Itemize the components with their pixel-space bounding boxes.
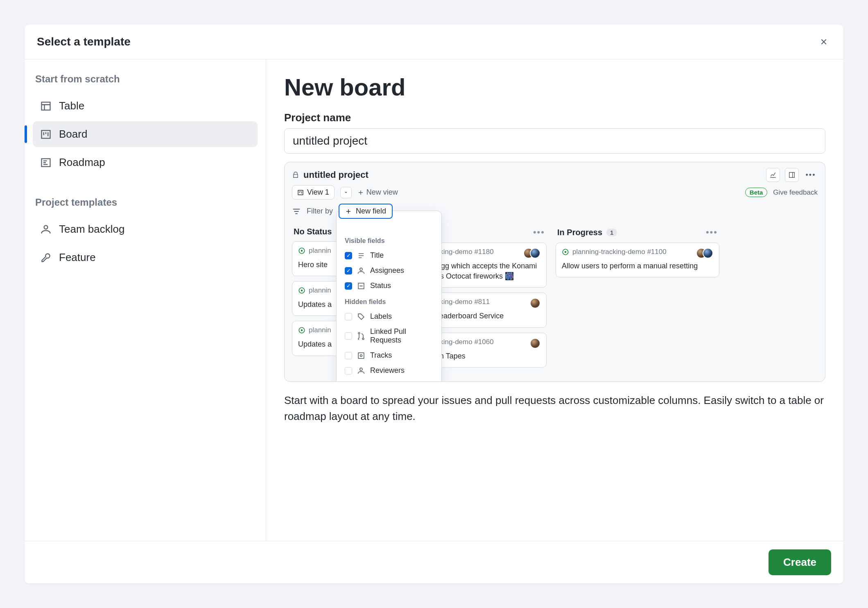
project-name-input[interactable] — [284, 128, 825, 154]
issue-open-icon — [298, 287, 305, 294]
svg-point-6 — [301, 290, 303, 292]
hidden-fields-heading: Hidden fields — [342, 296, 436, 309]
graph-icon — [769, 171, 777, 179]
board-icon — [40, 129, 52, 140]
checkbox-icon[interactable] — [345, 332, 352, 340]
svg-point-8 — [301, 329, 303, 331]
plus-icon — [357, 189, 364, 196]
checkbox-icon[interactable] — [345, 252, 352, 259]
column-menu-button[interactable]: ••• — [706, 227, 718, 238]
issue-open-icon — [298, 327, 305, 334]
insights-button[interactable] — [766, 168, 780, 182]
field-label: Repository — [370, 381, 405, 382]
sidebar-item-board[interactable]: Board — [33, 121, 258, 147]
panel-icon — [788, 171, 796, 179]
view-options-button[interactable] — [340, 187, 352, 198]
people-icon — [357, 267, 365, 275]
new-view-label: New view — [366, 188, 398, 197]
field-linked-prs[interactable]: Linked Pull Requests — [342, 324, 436, 348]
field-tracks[interactable]: Tracks — [342, 348, 436, 363]
sidebar-item-team-backlog[interactable]: Team backlog — [33, 216, 258, 242]
field-title[interactable]: Title — [342, 248, 436, 263]
column-count: 1 — [606, 229, 617, 236]
field-reviewers[interactable]: Reviewers — [342, 363, 436, 378]
sidebar-item-feature[interactable]: Feature — [33, 245, 258, 270]
svg-rect-1 — [358, 353, 364, 358]
field-label: Tracks — [370, 351, 392, 360]
dialog-footer: Create — [25, 541, 843, 583]
status-icon — [357, 282, 365, 290]
beta-badge: Beta — [745, 188, 768, 197]
field-status[interactable]: Status — [342, 278, 436, 293]
dialog-title: Select a template — [37, 35, 131, 48]
column-in-progress: In Progress 1 ••• planning-tracking-demo… — [556, 223, 719, 282]
new-field-input[interactable]: New field — [339, 204, 393, 219]
svg-point-4 — [301, 250, 303, 252]
sidebar-item-roadmap[interactable]: Roadmap — [33, 150, 258, 175]
checkbox-icon[interactable] — [345, 352, 352, 359]
avatar — [703, 248, 713, 259]
page-title: New board — [284, 73, 825, 101]
close-button[interactable] — [816, 34, 831, 49]
card-ref: plannin — [309, 247, 331, 255]
filter-icon — [292, 207, 301, 216]
preview-project-title: untitled project — [303, 170, 368, 180]
template-dialog: Select a template Start from scratch Tab… — [25, 25, 843, 583]
checkbox-icon[interactable] — [345, 313, 352, 320]
sidebar-section-scratch: Start from scratch — [33, 70, 258, 91]
column-title: No Status — [294, 227, 332, 236]
avatar — [530, 338, 540, 349]
project-name-label: Project name — [284, 111, 825, 124]
avatar — [530, 298, 540, 309]
svg-point-2 — [360, 354, 362, 356]
sidebar-item-label: Feature — [59, 251, 96, 264]
caret-down-icon — [344, 190, 348, 195]
table-icon — [40, 100, 52, 112]
sidebar-item-label: Table — [59, 100, 84, 112]
feedback-link[interactable]: Give feedback — [773, 188, 818, 197]
new-view-button[interactable]: New view — [357, 188, 398, 197]
panel-button[interactable] — [785, 168, 799, 182]
sidebar-item-label: Team backlog — [59, 223, 124, 236]
field-label: Status — [370, 281, 391, 290]
preview-tabs: View 1 New view Beta Give feedback — [285, 185, 825, 202]
column-menu-button[interactable]: ••• — [533, 227, 545, 238]
fields-popover: Visible fields Title Assignees — [336, 211, 442, 382]
more-button[interactable]: ••• — [804, 168, 818, 182]
git-pull-request-icon — [357, 332, 365, 340]
sidebar-item-label: Board — [59, 128, 87, 141]
new-field-label: New field — [356, 207, 386, 216]
people-icon — [357, 367, 365, 375]
view-tab[interactable]: View 1 — [292, 185, 335, 200]
field-assignees[interactable]: Assignees — [342, 263, 436, 278]
field-label: Title — [370, 251, 384, 260]
checkbox-icon[interactable] — [345, 367, 352, 374]
title-icon — [357, 252, 365, 260]
field-labels[interactable]: Labels — [342, 309, 436, 324]
sidebar-item-label: Roadmap — [59, 156, 105, 169]
close-icon — [819, 37, 828, 46]
avatar — [530, 248, 540, 259]
checkbox-icon[interactable] — [345, 267, 352, 275]
tools-icon — [40, 252, 52, 263]
field-label: Linked Pull Requests — [370, 327, 433, 345]
checkbox-icon[interactable] — [345, 282, 352, 290]
board-preview: untitled project ••• — [284, 162, 825, 382]
field-repository[interactable]: Repository — [342, 378, 436, 382]
field-label: Assignees — [370, 266, 404, 275]
tracks-icon — [357, 352, 365, 360]
roadmap-icon — [40, 157, 52, 168]
lock-icon — [292, 171, 299, 179]
filter-label: Filter by — [307, 207, 333, 216]
card-title: Allow users to perform a manual resettin… — [562, 261, 713, 271]
main: New board Project name untitled project — [266, 59, 843, 541]
plus-icon — [345, 208, 352, 215]
card[interactable]: planning-tracking-demo #1100 Allow users… — [556, 243, 719, 277]
sidebar-item-table[interactable]: Table — [33, 93, 258, 119]
column-title: In Progress — [557, 228, 602, 237]
view-tab-label: View 1 — [307, 188, 329, 197]
sidebar-section-templates: Project templates — [33, 193, 258, 214]
sidebar: Start from scratch Table Board Roadmap P… — [25, 59, 266, 541]
tag-icon — [357, 313, 365, 321]
create-button[interactable]: Create — [769, 549, 831, 575]
